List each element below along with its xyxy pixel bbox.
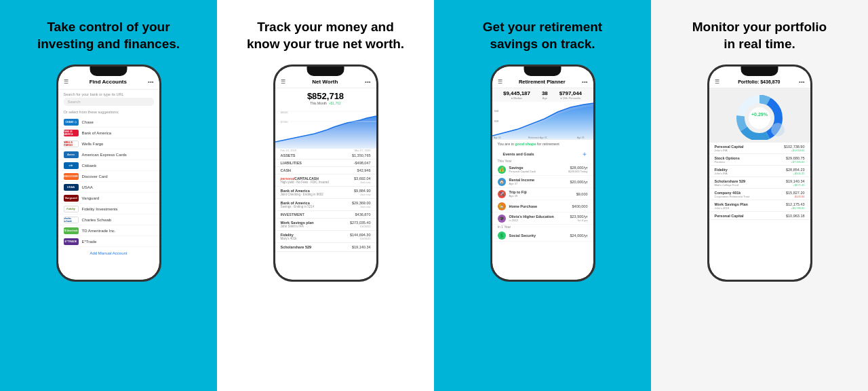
in-1-year-label: In 1 Year xyxy=(492,225,593,229)
menu-icon-4: ☰ xyxy=(715,79,719,85)
portfolio-company-401k[interactable]: Company 401k Corporation Retirement Trus… xyxy=(709,189,810,200)
fidelity-name: Fidelity Investments xyxy=(82,207,118,211)
stat-median: $9,445,187 ● Median xyxy=(503,90,530,100)
portfolio-fidelity[interactable]: Fidelity John's IRA $28,854.23 +$505.35 xyxy=(709,166,810,177)
notch-2 xyxy=(307,67,344,76)
tdameritrade-name: TD Ameritrade Inc. xyxy=(82,229,116,233)
etrade-name: E*Trade xyxy=(82,240,97,244)
bank-vanguard[interactable]: Vanguard Vanguard xyxy=(58,193,159,204)
notch-3 xyxy=(524,67,561,76)
more-icon-3: ••• xyxy=(582,79,587,85)
screen-2: ☰ Net Worth ••• $852,718 This Month +$1,… xyxy=(275,67,376,280)
bank-discover[interactable]: DISCOVER Discover Card xyxy=(58,171,159,182)
net-worth-table: ASSETS $1,350,765 LIABILITIES -$498,047 … xyxy=(275,152,376,174)
phone-1: ☰ Find Accounts ••• Search for your bank… xyxy=(56,64,161,282)
net-worth-amount: $852,718 xyxy=(275,88,376,101)
donut-area: +0.29% xyxy=(709,88,810,143)
bank-etrade[interactable]: E*TRADE E*Trade xyxy=(58,236,159,247)
goal-savings[interactable]: 💰 Savings Personal Capital Cash $28,000/… xyxy=(492,164,593,176)
svg-text:Age 95: Age 95 xyxy=(576,136,584,139)
fidelity-logo: Fidelity xyxy=(64,206,79,212)
more-icon-2: ••• xyxy=(365,79,370,85)
account-bofa-checking[interactable]: Bank of America Joint Checking · Ending … xyxy=(275,187,376,199)
panel-2: Track your money andknow your true net w… xyxy=(217,0,434,391)
chart-date-start: Feb 10, 2019 xyxy=(281,149,297,152)
portfolio-personal-capital[interactable]: Personal Capital John's IRA $102,738.90 … xyxy=(709,143,810,154)
citi-name: Citibank xyxy=(82,164,97,168)
bank-chase[interactable]: CHASE ◇ Chase xyxy=(58,117,159,128)
phone-3: ☰ Retirement Planner ••• $9,445,187 ● Me… xyxy=(490,64,595,282)
svg-point-15 xyxy=(771,123,785,136)
panel-4: Monitor your portfolioin real time. ☰ Po… xyxy=(651,0,868,391)
schwab-name: Charles Schwab xyxy=(82,218,112,222)
bank-schwab[interactable]: charles schwab Charles Schwab xyxy=(58,215,159,225)
discover-name: Discover Card xyxy=(82,174,108,179)
rental-icon: 🏠 xyxy=(498,178,506,186)
bank-citi[interactable]: citi Citibank xyxy=(58,160,159,171)
bank-tdameritrade[interactable]: TD Ameritrade TD Ameritrade Inc. xyxy=(58,225,159,236)
net-worth-change: +$1,702 xyxy=(329,101,341,105)
wells-name: Wells Fargo xyxy=(82,142,104,146)
screen-3: ☰ Retirement Planner ••• $9,445,187 ● Me… xyxy=(492,67,593,280)
svg-text:Retirement Age 65: Retirement Age 65 xyxy=(528,136,547,139)
usaa-logo: USAA xyxy=(64,184,79,191)
bank-usaa[interactable]: USAA USAA xyxy=(58,182,159,193)
wells-logo: WELLS FARGO xyxy=(64,141,79,147)
portfolio-personal-capital-2[interactable]: Personal Capital $10,963.18 xyxy=(709,212,810,220)
bank-amex[interactable]: Amex American Express Cards xyxy=(58,149,159,160)
bofa-name: Bank of America xyxy=(82,131,112,135)
vanguard-name: Vanguard xyxy=(82,196,100,200)
add-goal-icon[interactable]: ＋ xyxy=(581,149,588,159)
stat-age: 38 Age xyxy=(542,90,548,100)
bofa-logo: BANK OF AMERICA xyxy=(64,130,79,136)
notch-4 xyxy=(741,67,778,76)
net-worth-svg: $850K $750K xyxy=(275,108,376,149)
savings-icon: 💰 xyxy=(498,166,506,174)
screen3-title: Retirement Planner xyxy=(502,79,583,85)
account-bofa-savings[interactable]: Bank of America Savings · Ending in 5214… xyxy=(275,199,376,211)
portfolio-work-savings[interactable]: Work Savings Plan John's 401K $12,175.43… xyxy=(709,200,810,212)
screen4-title: Portfolio: $436,870 xyxy=(719,79,800,84)
bank-fidelity[interactable]: Fidelity Fidelity Investments xyxy=(58,204,159,215)
stat-10th: $797,044 ● 10th Percentile xyxy=(559,90,582,100)
screen1-title: Find Accounts xyxy=(68,79,149,85)
net-worth-chart: $850K $750K xyxy=(275,108,376,149)
svg-text:$850K: $850K xyxy=(280,111,288,114)
bank-bofa[interactable]: BANK OF AMERICA Bank of America xyxy=(58,128,159,138)
goal-social-security[interactable]: 💲 Social Security $24,000/yr xyxy=(492,229,593,242)
screen2-title: Net Worth xyxy=(285,79,366,85)
menu-icon-2: ☰ xyxy=(281,79,285,85)
chase-logo: CHASE ◇ xyxy=(64,119,79,126)
notch-1 xyxy=(90,67,127,76)
search-box[interactable]: Search xyxy=(64,98,154,106)
citi-logo: citi xyxy=(64,162,79,169)
goal-education[interactable]: 🎓 Olivia's Higher Education in 2033 $23,… xyxy=(492,212,593,225)
retirement-chart: Age 35 Retirement Age 65 Age 95 $4M $2M xyxy=(492,102,593,139)
panel-3-title: Get your retirementsavings on track. xyxy=(483,19,602,52)
menu-icon-3: ☰ xyxy=(498,79,502,85)
vanguard-logo: Vanguard xyxy=(64,195,79,202)
account-work-savings[interactable]: Work Savings plan John Smith's IRA $273,… xyxy=(275,219,376,231)
panel-2-title: Track your money andknow your true net w… xyxy=(247,19,404,52)
svg-text:$750K: $750K xyxy=(280,120,288,124)
net-worth-month: This Month +$1,702 xyxy=(275,101,376,108)
tdameritrade-logo: TD Ameritrade xyxy=(64,227,79,234)
portfolio-scholarshare[interactable]: Scholarshare 529 Matt's College Fund $19… xyxy=(709,177,810,189)
bank-wells[interactable]: WELLS FARGO Wells Fargo xyxy=(58,138,159,149)
goal-fiji[interactable]: ✈️ Trip to Fiji Age 49 $9,000 xyxy=(492,188,593,200)
assets-row: ASSETS $1,350,765 xyxy=(275,152,376,160)
panel-4-title: Monitor your portfolioin real time. xyxy=(692,19,827,52)
portfolio-stock-options[interactable]: Stock Options Pandora $29,680.75 +$7,395… xyxy=(709,154,810,166)
liabilities-row: LIABILITIES -$498,047 xyxy=(275,160,376,167)
more-icon-4: ••• xyxy=(799,79,804,85)
goal-rental[interactable]: 🏠 Rental Income Age 37 $20,000/yr xyxy=(492,176,593,188)
svg-point-13 xyxy=(749,107,770,129)
account-scholarshare[interactable]: Scholarshare 529 $19,140.34 xyxy=(275,243,376,252)
panel-1: Take control of yourinvesting and financ… xyxy=(0,0,217,391)
goal-home[interactable]: 🏡 Home Purchase $400,000 xyxy=(492,200,593,212)
account-fidelity[interactable]: Fidelity Mary's 401k $144,694.30 03/06/2… xyxy=(275,231,376,243)
donut-chart: +0.29% xyxy=(729,92,790,140)
add-manual-link[interactable]: Add Manual Account xyxy=(58,247,159,257)
retirement-stats: $9,445,187 ● Median 38 Age $797,044 ● 10… xyxy=(492,88,593,102)
account-pc-cash[interactable]: personalCAPITALCASH High-yield · No Fees… xyxy=(275,174,376,187)
